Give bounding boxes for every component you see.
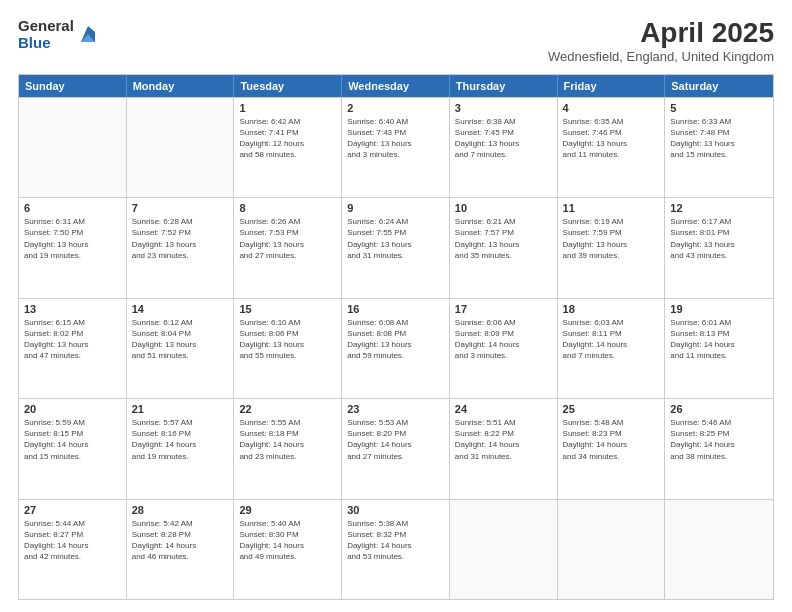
- day-cell-15: 15Sunrise: 6:10 AM Sunset: 8:06 PM Dayli…: [234, 299, 342, 398]
- day-details: Sunrise: 5:57 AM Sunset: 8:16 PM Dayligh…: [132, 417, 229, 462]
- empty-cell: [450, 500, 558, 599]
- day-details: Sunrise: 6:03 AM Sunset: 8:11 PM Dayligh…: [563, 317, 660, 362]
- location-text: Wednesfield, England, United Kingdom: [548, 49, 774, 64]
- day-number: 8: [239, 202, 336, 214]
- day-cell-3: 3Sunrise: 6:38 AM Sunset: 7:45 PM Daylig…: [450, 98, 558, 197]
- calendar: SundayMondayTuesdayWednesdayThursdayFrid…: [18, 74, 774, 600]
- day-details: Sunrise: 5:42 AM Sunset: 8:28 PM Dayligh…: [132, 518, 229, 563]
- day-cell-26: 26Sunrise: 5:46 AM Sunset: 8:25 PM Dayli…: [665, 399, 773, 498]
- day-number: 9: [347, 202, 444, 214]
- day-details: Sunrise: 6:28 AM Sunset: 7:52 PM Dayligh…: [132, 216, 229, 261]
- day-number: 12: [670, 202, 768, 214]
- day-number: 28: [132, 504, 229, 516]
- day-cell-16: 16Sunrise: 6:08 AM Sunset: 8:08 PM Dayli…: [342, 299, 450, 398]
- month-year-title: April 2025: [548, 18, 774, 49]
- day-number: 3: [455, 102, 552, 114]
- day-cell-29: 29Sunrise: 5:40 AM Sunset: 8:30 PM Dayli…: [234, 500, 342, 599]
- day-cell-18: 18Sunrise: 6:03 AM Sunset: 8:11 PM Dayli…: [558, 299, 666, 398]
- empty-cell: [127, 98, 235, 197]
- day-cell-12: 12Sunrise: 6:17 AM Sunset: 8:01 PM Dayli…: [665, 198, 773, 297]
- day-cell-28: 28Sunrise: 5:42 AM Sunset: 8:28 PM Dayli…: [127, 500, 235, 599]
- day-details: Sunrise: 6:10 AM Sunset: 8:06 PM Dayligh…: [239, 317, 336, 362]
- title-block: April 2025 Wednesfield, England, United …: [548, 18, 774, 64]
- day-number: 2: [347, 102, 444, 114]
- day-number: 23: [347, 403, 444, 415]
- day-details: Sunrise: 6:12 AM Sunset: 8:04 PM Dayligh…: [132, 317, 229, 362]
- day-number: 22: [239, 403, 336, 415]
- day-cell-8: 8Sunrise: 6:26 AM Sunset: 7:53 PM Daylig…: [234, 198, 342, 297]
- logo-icon: [77, 24, 99, 46]
- day-details: Sunrise: 5:53 AM Sunset: 8:20 PM Dayligh…: [347, 417, 444, 462]
- day-cell-27: 27Sunrise: 5:44 AM Sunset: 8:27 PM Dayli…: [19, 500, 127, 599]
- day-details: Sunrise: 6:33 AM Sunset: 7:48 PM Dayligh…: [670, 116, 768, 161]
- day-details: Sunrise: 5:46 AM Sunset: 8:25 PM Dayligh…: [670, 417, 768, 462]
- day-number: 30: [347, 504, 444, 516]
- day-cell-23: 23Sunrise: 5:53 AM Sunset: 8:20 PM Dayli…: [342, 399, 450, 498]
- day-cell-11: 11Sunrise: 6:19 AM Sunset: 7:59 PM Dayli…: [558, 198, 666, 297]
- day-cell-25: 25Sunrise: 5:48 AM Sunset: 8:23 PM Dayli…: [558, 399, 666, 498]
- day-number: 11: [563, 202, 660, 214]
- day-number: 21: [132, 403, 229, 415]
- day-number: 13: [24, 303, 121, 315]
- day-number: 4: [563, 102, 660, 114]
- calendar-row-2: 13Sunrise: 6:15 AM Sunset: 8:02 PM Dayli…: [19, 298, 773, 398]
- day-cell-30: 30Sunrise: 5:38 AM Sunset: 8:32 PM Dayli…: [342, 500, 450, 599]
- day-details: Sunrise: 6:40 AM Sunset: 7:43 PM Dayligh…: [347, 116, 444, 161]
- day-cell-7: 7Sunrise: 6:28 AM Sunset: 7:52 PM Daylig…: [127, 198, 235, 297]
- day-cell-14: 14Sunrise: 6:12 AM Sunset: 8:04 PM Dayli…: [127, 299, 235, 398]
- day-number: 6: [24, 202, 121, 214]
- day-details: Sunrise: 6:15 AM Sunset: 8:02 PM Dayligh…: [24, 317, 121, 362]
- col-header-tuesday: Tuesday: [234, 75, 342, 97]
- day-cell-4: 4Sunrise: 6:35 AM Sunset: 7:46 PM Daylig…: [558, 98, 666, 197]
- day-number: 14: [132, 303, 229, 315]
- day-cell-24: 24Sunrise: 5:51 AM Sunset: 8:22 PM Dayli…: [450, 399, 558, 498]
- day-details: Sunrise: 5:38 AM Sunset: 8:32 PM Dayligh…: [347, 518, 444, 563]
- logo-general-text: General: [18, 18, 74, 35]
- day-number: 7: [132, 202, 229, 214]
- day-cell-5: 5Sunrise: 6:33 AM Sunset: 7:48 PM Daylig…: [665, 98, 773, 197]
- calendar-row-3: 20Sunrise: 5:59 AM Sunset: 8:15 PM Dayli…: [19, 398, 773, 498]
- calendar-row-1: 6Sunrise: 6:31 AM Sunset: 7:50 PM Daylig…: [19, 197, 773, 297]
- day-cell-1: 1Sunrise: 6:42 AM Sunset: 7:41 PM Daylig…: [234, 98, 342, 197]
- day-details: Sunrise: 6:42 AM Sunset: 7:41 PM Dayligh…: [239, 116, 336, 161]
- empty-cell: [665, 500, 773, 599]
- day-number: 29: [239, 504, 336, 516]
- logo: General Blue: [18, 18, 99, 51]
- day-details: Sunrise: 5:40 AM Sunset: 8:30 PM Dayligh…: [239, 518, 336, 563]
- day-cell-13: 13Sunrise: 6:15 AM Sunset: 8:02 PM Dayli…: [19, 299, 127, 398]
- day-cell-9: 9Sunrise: 6:24 AM Sunset: 7:55 PM Daylig…: [342, 198, 450, 297]
- col-header-thursday: Thursday: [450, 75, 558, 97]
- col-header-saturday: Saturday: [665, 75, 773, 97]
- day-details: Sunrise: 6:08 AM Sunset: 8:08 PM Dayligh…: [347, 317, 444, 362]
- day-number: 24: [455, 403, 552, 415]
- day-cell-20: 20Sunrise: 5:59 AM Sunset: 8:15 PM Dayli…: [19, 399, 127, 498]
- logo-blue-text: Blue: [18, 35, 74, 52]
- day-cell-2: 2Sunrise: 6:40 AM Sunset: 7:43 PM Daylig…: [342, 98, 450, 197]
- col-header-wednesday: Wednesday: [342, 75, 450, 97]
- day-details: Sunrise: 6:01 AM Sunset: 8:13 PM Dayligh…: [670, 317, 768, 362]
- day-number: 18: [563, 303, 660, 315]
- col-header-monday: Monday: [127, 75, 235, 97]
- day-details: Sunrise: 5:59 AM Sunset: 8:15 PM Dayligh…: [24, 417, 121, 462]
- day-details: Sunrise: 6:24 AM Sunset: 7:55 PM Dayligh…: [347, 216, 444, 261]
- day-number: 20: [24, 403, 121, 415]
- day-details: Sunrise: 5:48 AM Sunset: 8:23 PM Dayligh…: [563, 417, 660, 462]
- calendar-row-4: 27Sunrise: 5:44 AM Sunset: 8:27 PM Dayli…: [19, 499, 773, 599]
- calendar-row-0: 1Sunrise: 6:42 AM Sunset: 7:41 PM Daylig…: [19, 97, 773, 197]
- day-number: 10: [455, 202, 552, 214]
- day-cell-6: 6Sunrise: 6:31 AM Sunset: 7:50 PM Daylig…: [19, 198, 127, 297]
- header: General Blue April 2025 Wednesfield, Eng…: [18, 18, 774, 64]
- day-number: 1: [239, 102, 336, 114]
- calendar-body: 1Sunrise: 6:42 AM Sunset: 7:41 PM Daylig…: [19, 97, 773, 599]
- col-header-sunday: Sunday: [19, 75, 127, 97]
- empty-cell: [558, 500, 666, 599]
- calendar-header-row: SundayMondayTuesdayWednesdayThursdayFrid…: [19, 75, 773, 97]
- day-number: 5: [670, 102, 768, 114]
- day-details: Sunrise: 6:17 AM Sunset: 8:01 PM Dayligh…: [670, 216, 768, 261]
- day-cell-10: 10Sunrise: 6:21 AM Sunset: 7:57 PM Dayli…: [450, 198, 558, 297]
- day-number: 27: [24, 504, 121, 516]
- page: General Blue April 2025 Wednesfield, Eng…: [0, 0, 792, 612]
- day-number: 19: [670, 303, 768, 315]
- empty-cell: [19, 98, 127, 197]
- day-details: Sunrise: 6:31 AM Sunset: 7:50 PM Dayligh…: [24, 216, 121, 261]
